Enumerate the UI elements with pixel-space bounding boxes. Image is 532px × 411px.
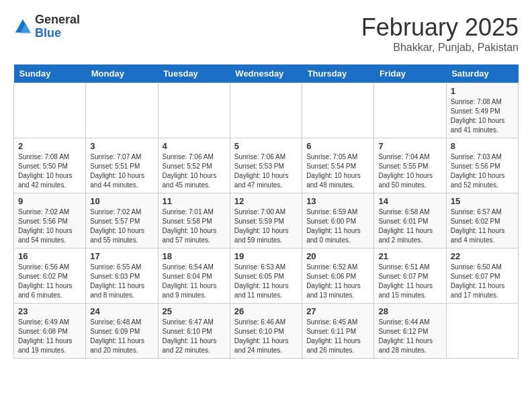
calendar-cell: 13Sunrise: 6:59 AM Sunset: 6:00 PM Dayli… xyxy=(302,193,374,248)
cell-info: Sunrise: 6:59 AM Sunset: 6:00 PM Dayligh… xyxy=(306,208,369,245)
day-number: 28 xyxy=(378,306,441,316)
calendar-cell xyxy=(302,83,374,138)
location: Bhakkar, Punjab, Pakistan xyxy=(361,42,519,54)
calendar-week-2: 2Sunrise: 7:08 AM Sunset: 5:50 PM Daylig… xyxy=(14,138,519,193)
cell-info: Sunrise: 6:53 AM Sunset: 6:05 PM Dayligh… xyxy=(234,263,298,300)
logo-blue: Blue xyxy=(35,26,61,40)
day-number: 4 xyxy=(163,141,226,151)
calendar-week-3: 9Sunrise: 7:02 AM Sunset: 5:56 PM Daylig… xyxy=(14,193,519,248)
month-title: February 2025 xyxy=(361,13,519,42)
day-number: 23 xyxy=(18,306,81,316)
weekday-header-wednesday: Wednesday xyxy=(230,64,302,83)
cell-info: Sunrise: 7:03 AM Sunset: 5:56 PM Dayligh… xyxy=(451,152,514,190)
calendar-cell: 17Sunrise: 6:55 AM Sunset: 6:03 PM Dayli… xyxy=(86,248,158,304)
logo-general: General xyxy=(35,13,80,26)
day-number: 17 xyxy=(90,251,153,261)
cell-info: Sunrise: 6:55 AM Sunset: 6:03 PM Dayligh… xyxy=(90,263,153,300)
cell-info: Sunrise: 7:07 AM Sunset: 5:51 PM Dayligh… xyxy=(90,152,153,190)
cell-info: Sunrise: 6:45 AM Sunset: 6:11 PM Dayligh… xyxy=(306,318,369,355)
calendar-cell: 6Sunrise: 7:05 AM Sunset: 5:54 PM Daylig… xyxy=(302,138,374,193)
day-number: 9 xyxy=(18,196,81,206)
day-number: 19 xyxy=(234,251,298,261)
logo-icon xyxy=(13,17,32,36)
logo-text: General Blue xyxy=(35,13,80,40)
day-number: 8 xyxy=(451,141,514,151)
day-number: 11 xyxy=(163,196,226,206)
weekday-header-friday: Friday xyxy=(374,64,446,83)
cell-info: Sunrise: 6:50 AM Sunset: 6:07 PM Dayligh… xyxy=(451,263,514,300)
cell-info: Sunrise: 6:57 AM Sunset: 6:02 PM Dayligh… xyxy=(451,208,514,245)
day-number: 5 xyxy=(234,141,298,151)
day-number: 25 xyxy=(163,306,226,316)
calendar-cell: 22Sunrise: 6:50 AM Sunset: 6:07 PM Dayli… xyxy=(446,248,518,304)
day-number: 26 xyxy=(234,306,298,316)
calendar-cell: 27Sunrise: 6:45 AM Sunset: 6:11 PM Dayli… xyxy=(302,304,374,359)
day-number: 12 xyxy=(234,196,298,206)
day-number: 22 xyxy=(451,251,514,261)
cell-info: Sunrise: 7:06 AM Sunset: 5:52 PM Dayligh… xyxy=(163,152,226,190)
cell-info: Sunrise: 6:46 AM Sunset: 6:10 PM Dayligh… xyxy=(234,318,298,355)
cell-info: Sunrise: 7:04 AM Sunset: 5:55 PM Dayligh… xyxy=(378,152,441,190)
day-number: 24 xyxy=(90,306,153,316)
calendar-cell xyxy=(374,83,446,138)
page-header: General Blue February 2025 Bhakkar, Punj… xyxy=(13,13,519,54)
calendar-cell: 24Sunrise: 6:48 AM Sunset: 6:09 PM Dayli… xyxy=(86,304,158,359)
day-number: 2 xyxy=(18,141,81,151)
calendar-cell: 14Sunrise: 6:58 AM Sunset: 6:01 PM Dayli… xyxy=(374,193,446,248)
day-number: 14 xyxy=(378,196,441,206)
calendar-cell xyxy=(230,83,302,138)
title-block: February 2025 Bhakkar, Punjab, Pakistan xyxy=(361,13,519,54)
day-number: 10 xyxy=(90,196,153,206)
calendar-cell: 19Sunrise: 6:53 AM Sunset: 6:05 PM Dayli… xyxy=(230,248,302,304)
weekday-header-sunday: Sunday xyxy=(14,64,86,83)
calendar-cell: 20Sunrise: 6:52 AM Sunset: 6:06 PM Dayli… xyxy=(302,248,374,304)
logo: General Blue xyxy=(13,13,80,40)
cell-info: Sunrise: 6:56 AM Sunset: 6:02 PM Dayligh… xyxy=(18,263,81,300)
calendar-cell: 18Sunrise: 6:54 AM Sunset: 6:04 PM Dayli… xyxy=(158,248,230,304)
cell-info: Sunrise: 6:58 AM Sunset: 6:01 PM Dayligh… xyxy=(378,208,441,245)
calendar-cell: 10Sunrise: 7:02 AM Sunset: 5:57 PM Dayli… xyxy=(86,193,158,248)
calendar-cell xyxy=(158,83,230,138)
calendar-cell: 25Sunrise: 6:47 AM Sunset: 6:10 PM Dayli… xyxy=(158,304,230,359)
day-number: 16 xyxy=(18,251,81,261)
day-number: 15 xyxy=(451,196,514,206)
weekday-header-tuesday: Tuesday xyxy=(158,64,230,83)
calendar-cell xyxy=(86,83,158,138)
calendar-cell: 11Sunrise: 7:01 AM Sunset: 5:58 PM Dayli… xyxy=(158,193,230,248)
calendar-cell: 8Sunrise: 7:03 AM Sunset: 5:56 PM Daylig… xyxy=(446,138,518,193)
calendar-week-4: 16Sunrise: 6:56 AM Sunset: 6:02 PM Dayli… xyxy=(14,248,519,304)
calendar-cell: 23Sunrise: 6:49 AM Sunset: 6:08 PM Dayli… xyxy=(14,304,86,359)
cell-info: Sunrise: 7:06 AM Sunset: 5:53 PM Dayligh… xyxy=(234,152,298,190)
cell-info: Sunrise: 7:05 AM Sunset: 5:54 PM Dayligh… xyxy=(306,152,369,190)
day-number: 3 xyxy=(90,141,153,151)
calendar-cell: 4Sunrise: 7:06 AM Sunset: 5:52 PM Daylig… xyxy=(158,138,230,193)
day-number: 18 xyxy=(163,251,226,261)
calendar-cell: 26Sunrise: 6:46 AM Sunset: 6:10 PM Dayli… xyxy=(230,304,302,359)
calendar-cell: 16Sunrise: 6:56 AM Sunset: 6:02 PM Dayli… xyxy=(14,248,86,304)
cell-info: Sunrise: 7:02 AM Sunset: 5:56 PM Dayligh… xyxy=(18,208,81,245)
cell-info: Sunrise: 7:08 AM Sunset: 5:49 PM Dayligh… xyxy=(451,97,514,135)
calendar-cell xyxy=(446,304,518,359)
calendar-cell: 15Sunrise: 6:57 AM Sunset: 6:02 PM Dayli… xyxy=(446,193,518,248)
weekday-header-saturday: Saturday xyxy=(446,64,518,83)
cell-info: Sunrise: 6:47 AM Sunset: 6:10 PM Dayligh… xyxy=(163,318,226,355)
day-number: 7 xyxy=(378,141,441,151)
cell-info: Sunrise: 6:48 AM Sunset: 6:09 PM Dayligh… xyxy=(90,318,153,355)
calendar-week-1: 1Sunrise: 7:08 AM Sunset: 5:49 PM Daylig… xyxy=(14,83,519,138)
calendar-cell: 12Sunrise: 7:00 AM Sunset: 5:59 PM Dayli… xyxy=(230,193,302,248)
cell-info: Sunrise: 6:54 AM Sunset: 6:04 PM Dayligh… xyxy=(163,263,226,300)
day-number: 27 xyxy=(306,306,369,316)
day-number: 1 xyxy=(451,86,514,96)
day-number: 6 xyxy=(306,141,369,151)
calendar-cell: 9Sunrise: 7:02 AM Sunset: 5:56 PM Daylig… xyxy=(14,193,86,248)
cell-info: Sunrise: 6:44 AM Sunset: 6:12 PM Dayligh… xyxy=(378,318,441,355)
calendar-week-5: 23Sunrise: 6:49 AM Sunset: 6:08 PM Dayli… xyxy=(14,304,519,359)
calendar-cell: 28Sunrise: 6:44 AM Sunset: 6:12 PM Dayli… xyxy=(374,304,446,359)
weekday-header-row: SundayMondayTuesdayWednesdayThursdayFrid… xyxy=(14,64,519,83)
day-number: 21 xyxy=(378,251,441,261)
cell-info: Sunrise: 7:01 AM Sunset: 5:58 PM Dayligh… xyxy=(163,208,226,245)
weekday-header-thursday: Thursday xyxy=(302,64,374,83)
cell-info: Sunrise: 7:08 AM Sunset: 5:50 PM Dayligh… xyxy=(18,152,81,190)
calendar-cell: 7Sunrise: 7:04 AM Sunset: 5:55 PM Daylig… xyxy=(374,138,446,193)
day-number: 20 xyxy=(306,251,369,261)
